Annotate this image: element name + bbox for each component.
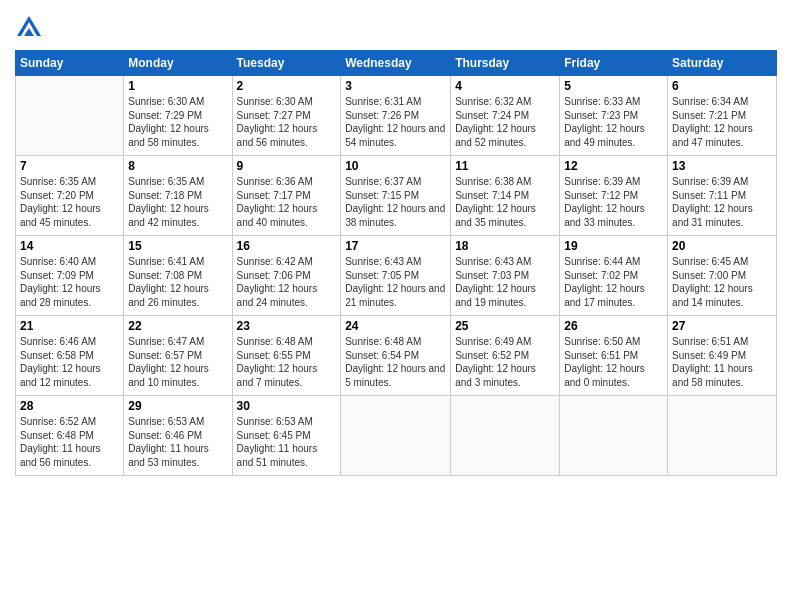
day-info: Sunrise: 6:43 AMSunset: 7:03 PMDaylight:… <box>455 255 555 309</box>
day-info: Sunrise: 6:39 AMSunset: 7:11 PMDaylight:… <box>672 175 772 229</box>
calendar-cell: 15Sunrise: 6:41 AMSunset: 7:08 PMDayligh… <box>124 236 232 316</box>
calendar-cell: 2Sunrise: 6:30 AMSunset: 7:27 PMDaylight… <box>232 76 341 156</box>
header <box>15 10 777 42</box>
day-info: Sunrise: 6:30 AMSunset: 7:27 PMDaylight:… <box>237 95 337 149</box>
day-number: 27 <box>672 319 772 333</box>
day-info: Sunrise: 6:41 AMSunset: 7:08 PMDaylight:… <box>128 255 227 309</box>
day-number: 1 <box>128 79 227 93</box>
day-number: 6 <box>672 79 772 93</box>
day-info: Sunrise: 6:43 AMSunset: 7:05 PMDaylight:… <box>345 255 446 309</box>
day-info: Sunrise: 6:47 AMSunset: 6:57 PMDaylight:… <box>128 335 227 389</box>
calendar-cell: 29Sunrise: 6:53 AMSunset: 6:46 PMDayligh… <box>124 396 232 476</box>
day-number: 25 <box>455 319 555 333</box>
day-number: 3 <box>345 79 446 93</box>
day-info: Sunrise: 6:44 AMSunset: 7:02 PMDaylight:… <box>564 255 663 309</box>
calendar: SundayMondayTuesdayWednesdayThursdayFrid… <box>15 50 777 476</box>
weekday-header: Thursday <box>451 51 560 76</box>
day-info: Sunrise: 6:32 AMSunset: 7:24 PMDaylight:… <box>455 95 555 149</box>
calendar-cell <box>560 396 668 476</box>
day-info: Sunrise: 6:52 AMSunset: 6:48 PMDaylight:… <box>20 415 119 469</box>
day-number: 15 <box>128 239 227 253</box>
day-info: Sunrise: 6:45 AMSunset: 7:00 PMDaylight:… <box>672 255 772 309</box>
calendar-cell <box>668 396 777 476</box>
weekday-header: Friday <box>560 51 668 76</box>
day-info: Sunrise: 6:37 AMSunset: 7:15 PMDaylight:… <box>345 175 446 229</box>
calendar-cell: 18Sunrise: 6:43 AMSunset: 7:03 PMDayligh… <box>451 236 560 316</box>
day-number: 29 <box>128 399 227 413</box>
day-info: Sunrise: 6:30 AMSunset: 7:29 PMDaylight:… <box>128 95 227 149</box>
day-number: 17 <box>345 239 446 253</box>
day-number: 9 <box>237 159 337 173</box>
calendar-cell: 5Sunrise: 6:33 AMSunset: 7:23 PMDaylight… <box>560 76 668 156</box>
day-info: Sunrise: 6:48 AMSunset: 6:54 PMDaylight:… <box>345 335 446 389</box>
calendar-cell: 17Sunrise: 6:43 AMSunset: 7:05 PMDayligh… <box>341 236 451 316</box>
calendar-cell: 22Sunrise: 6:47 AMSunset: 6:57 PMDayligh… <box>124 316 232 396</box>
weekday-header: Sunday <box>16 51 124 76</box>
day-number: 18 <box>455 239 555 253</box>
day-number: 26 <box>564 319 663 333</box>
day-number: 20 <box>672 239 772 253</box>
day-info: Sunrise: 6:39 AMSunset: 7:12 PMDaylight:… <box>564 175 663 229</box>
day-number: 5 <box>564 79 663 93</box>
day-number: 8 <box>128 159 227 173</box>
calendar-week-row: 7Sunrise: 6:35 AMSunset: 7:20 PMDaylight… <box>16 156 777 236</box>
day-info: Sunrise: 6:31 AMSunset: 7:26 PMDaylight:… <box>345 95 446 149</box>
day-info: Sunrise: 6:46 AMSunset: 6:58 PMDaylight:… <box>20 335 119 389</box>
calendar-cell: 9Sunrise: 6:36 AMSunset: 7:17 PMDaylight… <box>232 156 341 236</box>
day-number: 7 <box>20 159 119 173</box>
calendar-cell: 20Sunrise: 6:45 AMSunset: 7:00 PMDayligh… <box>668 236 777 316</box>
day-info: Sunrise: 6:36 AMSunset: 7:17 PMDaylight:… <box>237 175 337 229</box>
calendar-cell: 10Sunrise: 6:37 AMSunset: 7:15 PMDayligh… <box>341 156 451 236</box>
day-number: 16 <box>237 239 337 253</box>
weekday-header-row: SundayMondayTuesdayWednesdayThursdayFrid… <box>16 51 777 76</box>
day-number: 21 <box>20 319 119 333</box>
day-number: 22 <box>128 319 227 333</box>
calendar-cell: 14Sunrise: 6:40 AMSunset: 7:09 PMDayligh… <box>16 236 124 316</box>
day-info: Sunrise: 6:35 AMSunset: 7:20 PMDaylight:… <box>20 175 119 229</box>
calendar-cell: 6Sunrise: 6:34 AMSunset: 7:21 PMDaylight… <box>668 76 777 156</box>
calendar-cell: 24Sunrise: 6:48 AMSunset: 6:54 PMDayligh… <box>341 316 451 396</box>
calendar-cell: 19Sunrise: 6:44 AMSunset: 7:02 PMDayligh… <box>560 236 668 316</box>
logo <box>15 14 47 42</box>
calendar-cell: 26Sunrise: 6:50 AMSunset: 6:51 PMDayligh… <box>560 316 668 396</box>
day-number: 13 <box>672 159 772 173</box>
day-info: Sunrise: 6:40 AMSunset: 7:09 PMDaylight:… <box>20 255 119 309</box>
weekday-header: Wednesday <box>341 51 451 76</box>
calendar-cell: 13Sunrise: 6:39 AMSunset: 7:11 PMDayligh… <box>668 156 777 236</box>
calendar-cell: 4Sunrise: 6:32 AMSunset: 7:24 PMDaylight… <box>451 76 560 156</box>
day-info: Sunrise: 6:48 AMSunset: 6:55 PMDaylight:… <box>237 335 337 389</box>
calendar-week-row: 1Sunrise: 6:30 AMSunset: 7:29 PMDaylight… <box>16 76 777 156</box>
calendar-cell: 30Sunrise: 6:53 AMSunset: 6:45 PMDayligh… <box>232 396 341 476</box>
page: SundayMondayTuesdayWednesdayThursdayFrid… <box>0 0 792 612</box>
day-info: Sunrise: 6:33 AMSunset: 7:23 PMDaylight:… <box>564 95 663 149</box>
calendar-cell: 23Sunrise: 6:48 AMSunset: 6:55 PMDayligh… <box>232 316 341 396</box>
day-info: Sunrise: 6:38 AMSunset: 7:14 PMDaylight:… <box>455 175 555 229</box>
day-info: Sunrise: 6:53 AMSunset: 6:46 PMDaylight:… <box>128 415 227 469</box>
day-info: Sunrise: 6:50 AMSunset: 6:51 PMDaylight:… <box>564 335 663 389</box>
calendar-cell: 27Sunrise: 6:51 AMSunset: 6:49 PMDayligh… <box>668 316 777 396</box>
day-number: 10 <box>345 159 446 173</box>
calendar-cell: 3Sunrise: 6:31 AMSunset: 7:26 PMDaylight… <box>341 76 451 156</box>
day-number: 11 <box>455 159 555 173</box>
weekday-header: Monday <box>124 51 232 76</box>
calendar-week-row: 28Sunrise: 6:52 AMSunset: 6:48 PMDayligh… <box>16 396 777 476</box>
day-info: Sunrise: 6:42 AMSunset: 7:06 PMDaylight:… <box>237 255 337 309</box>
day-number: 2 <box>237 79 337 93</box>
calendar-week-row: 14Sunrise: 6:40 AMSunset: 7:09 PMDayligh… <box>16 236 777 316</box>
calendar-cell: 7Sunrise: 6:35 AMSunset: 7:20 PMDaylight… <box>16 156 124 236</box>
calendar-cell: 12Sunrise: 6:39 AMSunset: 7:12 PMDayligh… <box>560 156 668 236</box>
calendar-cell: 28Sunrise: 6:52 AMSunset: 6:48 PMDayligh… <box>16 396 124 476</box>
calendar-cell: 11Sunrise: 6:38 AMSunset: 7:14 PMDayligh… <box>451 156 560 236</box>
calendar-cell: 21Sunrise: 6:46 AMSunset: 6:58 PMDayligh… <box>16 316 124 396</box>
calendar-cell: 25Sunrise: 6:49 AMSunset: 6:52 PMDayligh… <box>451 316 560 396</box>
calendar-cell: 16Sunrise: 6:42 AMSunset: 7:06 PMDayligh… <box>232 236 341 316</box>
day-number: 14 <box>20 239 119 253</box>
day-number: 28 <box>20 399 119 413</box>
weekday-header: Tuesday <box>232 51 341 76</box>
day-info: Sunrise: 6:49 AMSunset: 6:52 PMDaylight:… <box>455 335 555 389</box>
day-info: Sunrise: 6:51 AMSunset: 6:49 PMDaylight:… <box>672 335 772 389</box>
day-number: 4 <box>455 79 555 93</box>
calendar-cell: 1Sunrise: 6:30 AMSunset: 7:29 PMDaylight… <box>124 76 232 156</box>
day-info: Sunrise: 6:35 AMSunset: 7:18 PMDaylight:… <box>128 175 227 229</box>
calendar-cell <box>16 76 124 156</box>
